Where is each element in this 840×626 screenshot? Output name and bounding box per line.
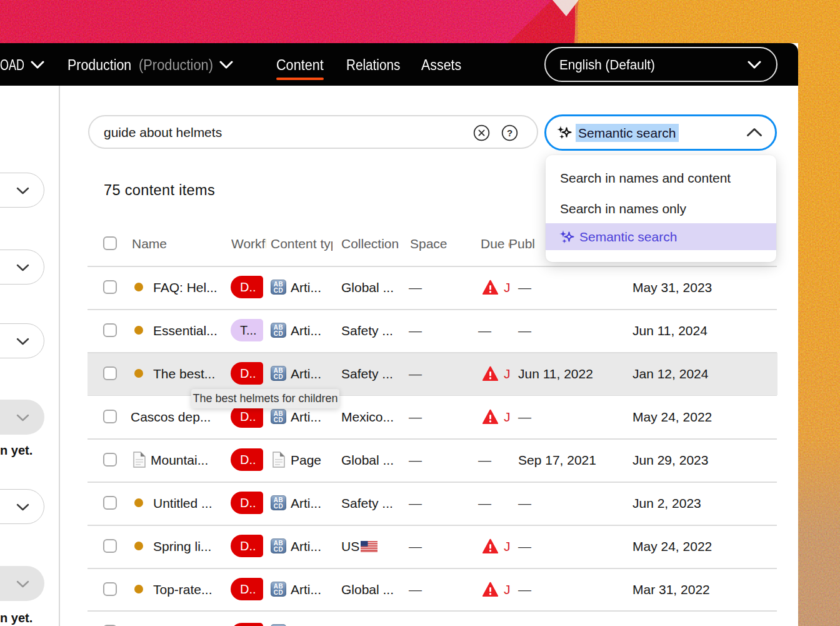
- svg-text:?: ?: [507, 128, 512, 138]
